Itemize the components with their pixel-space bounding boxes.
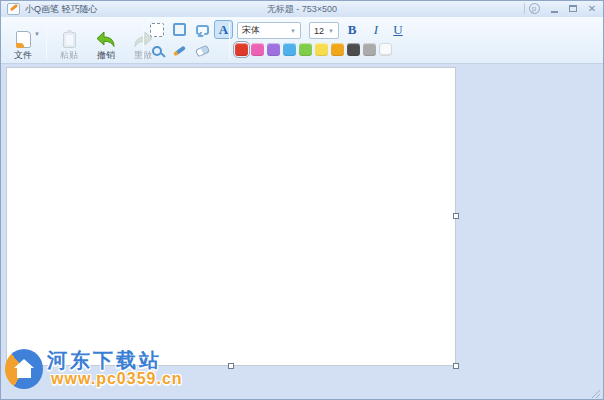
maximize-icon	[569, 5, 577, 12]
toolbar: ▼ 文件 粘贴 撤销 重做	[1, 17, 603, 64]
app-window: 小Q画笔 轻巧随心 无标题 - 753×500 p ✕ ▼ 文件 粘贴 撤销	[0, 0, 604, 400]
minimize-icon	[551, 11, 558, 13]
app-icon	[7, 3, 20, 15]
file-button-label: 文件	[14, 50, 32, 60]
divider	[46, 22, 47, 59]
title-bar: 小Q画笔 轻巧随心 无标题 - 753×500 p ✕	[1, 1, 603, 17]
font-family-value: 宋体	[242, 24, 260, 37]
font-size-select[interactable]: 12 ▼	[309, 22, 339, 39]
watermark-site-url: www.pc0359.cn	[51, 370, 183, 388]
marquee-select-icon	[150, 23, 164, 37]
rectangle-icon	[173, 23, 186, 36]
color-swatch[interactable]	[363, 43, 376, 56]
maximize-button[interactable]	[565, 2, 581, 15]
underline-button[interactable]: U	[389, 21, 407, 39]
brush-icon	[173, 45, 186, 56]
chevron-down-icon: ▼	[290, 28, 296, 34]
workspace: 河东下载站 www.pc0359.cn	[1, 65, 603, 400]
paste-button[interactable]: 粘贴	[51, 19, 87, 62]
rectangle-tool[interactable]	[170, 20, 189, 39]
close-button[interactable]: ✕	[584, 2, 600, 15]
undo-button[interactable]: 撤销	[88, 19, 124, 62]
marquee-select-tool[interactable]	[147, 20, 166, 39]
undo-button-label: 撤销	[97, 50, 115, 60]
callout-tool[interactable]	[193, 20, 212, 39]
chevron-down-icon: ▼	[328, 28, 334, 34]
font-family-select[interactable]: 宋体 ▼	[237, 22, 301, 39]
minimize-button[interactable]	[546, 2, 562, 15]
resize-handle-right[interactable]	[453, 213, 459, 219]
magnifier-icon	[152, 46, 162, 56]
file-icon	[16, 31, 31, 48]
eraser-icon	[195, 44, 210, 57]
paste-icon	[63, 32, 76, 48]
app-title: 小Q画笔 轻巧随心	[25, 1, 98, 17]
color-swatch[interactable]	[299, 43, 312, 56]
color-swatch[interactable]	[331, 43, 344, 56]
color-swatch[interactable]	[379, 43, 392, 56]
skin-button[interactable]: p	[527, 2, 541, 15]
color-swatch[interactable]	[267, 43, 280, 56]
color-swatch[interactable]	[315, 43, 328, 56]
eraser-tool[interactable]	[193, 41, 212, 60]
resize-handle-bottom[interactable]	[228, 363, 234, 369]
divider	[524, 3, 525, 14]
divider	[229, 22, 230, 59]
italic-button[interactable]: I	[367, 21, 385, 39]
text-tool-icon: A	[219, 22, 228, 38]
divider	[143, 22, 144, 59]
color-swatch[interactable]	[347, 43, 360, 56]
font-size-value: 12	[314, 26, 324, 36]
chevron-down-icon: ▼	[34, 31, 40, 37]
color-palette	[235, 43, 392, 56]
brush-tool[interactable]	[170, 41, 189, 60]
resize-handle-corner[interactable]	[453, 363, 459, 369]
skin-icon: p	[529, 3, 540, 14]
bold-button[interactable]: B	[343, 21, 361, 39]
color-swatch[interactable]	[235, 43, 248, 56]
paste-button-label: 粘贴	[60, 50, 78, 60]
color-swatch[interactable]	[283, 43, 296, 56]
window-resize-grip[interactable]	[590, 388, 600, 398]
speech-bubble-icon	[196, 25, 209, 35]
file-button[interactable]: ▼ 文件	[4, 19, 42, 62]
color-swatch[interactable]	[251, 43, 264, 56]
canvas[interactable]	[6, 67, 456, 366]
zoom-tool[interactable]	[147, 41, 166, 60]
undo-icon	[96, 31, 116, 48]
text-tool[interactable]: A	[214, 20, 233, 39]
